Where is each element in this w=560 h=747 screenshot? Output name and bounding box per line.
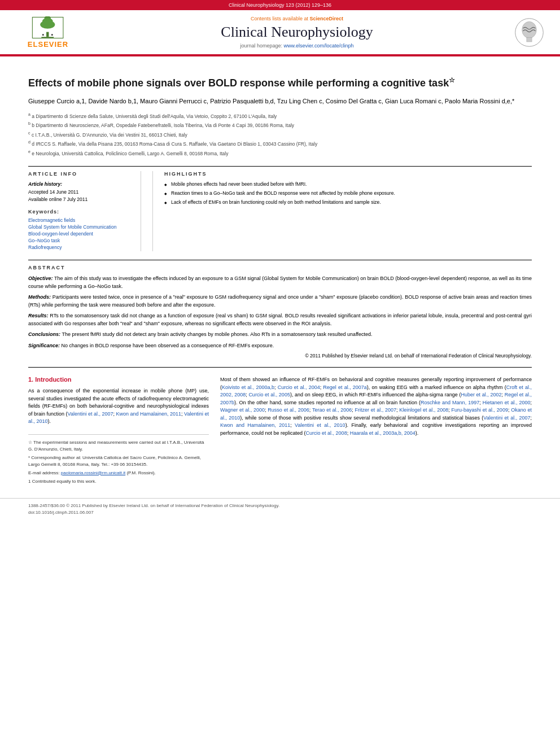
- journal-homepage: journal homepage: www.elsevier.com/locat…: [85, 43, 509, 49]
- history-label: Article history:: [28, 181, 132, 187]
- significance-text: No changes in BOLD response have been ob…: [62, 343, 274, 348]
- keyword-4[interactable]: Go–NoGo task: [28, 238, 132, 243]
- ref-roschke[interactable]: Roschke and Mann, 1997: [421, 400, 479, 405]
- elsevier-brand: ELSEVIER: [28, 40, 68, 49]
- keyword-3[interactable]: Blood-oxygen-level dependent: [28, 231, 132, 237]
- article-history: Article history: Accepted 14 June 2011 A…: [28, 181, 132, 202]
- ref-terao[interactable]: Terao et al., 2006: [312, 407, 352, 413]
- ref-regel-2007a[interactable]: Regel et al., 2007a: [323, 385, 367, 390]
- abstract-significance: Significance: No changes in BOLD respons…: [28, 342, 532, 350]
- keyword-5[interactable]: Radiofrequency: [28, 244, 132, 250]
- affiliation-c: c c I.T.A.B., Università G. D'Annunzio, …: [28, 130, 532, 139]
- ref-curcio-2004[interactable]: Curcio et al., 2004: [278, 385, 320, 390]
- methods-text: Participants were tested twice, once in …: [28, 294, 532, 308]
- elsevier-tree-icon: [31, 16, 65, 39]
- ref-haarala[interactable]: Haarala et al., 2003a,b, 2004: [350, 430, 415, 436]
- footnote-contributed: 1 Contributed equally to this work.: [28, 478, 209, 485]
- homepage-url[interactable]: www.elsevier.com/locate/clinph: [284, 43, 354, 49]
- affiliation-d: d d IRCCS S. Raffaele, Via della Pisana …: [28, 139, 532, 148]
- email-label: E-mail address:: [28, 470, 61, 475]
- keywords-heading: Keywords:: [28, 209, 132, 215]
- homepage-prefix: journal homepage:: [240, 43, 283, 49]
- ref-kleinlogel[interactable]: Kleinlogel et al., 2008: [399, 407, 448, 413]
- journal-logo-right: [509, 17, 549, 48]
- highlights-heading: HIGHLIGHTS: [164, 171, 532, 177]
- ref-koivisto[interactable]: Koivisto et al., 2000a,b: [222, 385, 274, 390]
- svg-rect-10: [526, 37, 531, 41]
- significance-label: Significance:: [28, 343, 62, 348]
- journal-brain-icon: [514, 17, 545, 48]
- ref-valentini-2010b[interactable]: Valentini et al., 2010: [295, 422, 345, 428]
- ref-fritzer[interactable]: Fritzer et al., 2007: [355, 407, 396, 413]
- svg-point-6: [51, 34, 53, 36]
- ref-kwon-2011b[interactable]: Kwon and Hamalainen, 2011: [220, 422, 290, 428]
- sciencedirect-line: Contents lists available at ScienceDirec…: [85, 16, 509, 21]
- footnote-star: ☆ The experimental sessions and measurem…: [28, 439, 209, 453]
- affiliations: a a Dipartimento di Scienze della Salute…: [28, 111, 532, 158]
- svg-rect-0: [46, 32, 49, 37]
- authors-text: Giuseppe Curcio a,1, Davide Nardo b,1, M…: [28, 98, 514, 104]
- footnotes: ☆ The experimental sessions and measurem…: [28, 434, 209, 485]
- objective-label: Objective:: [28, 276, 54, 281]
- keyword-1[interactable]: Electromagnetic fields: [28, 217, 132, 223]
- ref-kwon-2011[interactable]: Kwon and Hamalainen, 2011: [116, 411, 181, 417]
- sciencedirect-prefix: Contents lists available at: [251, 16, 310, 21]
- email-name: (P.M. Rossini).: [126, 470, 155, 475]
- body-left-column: 1. Introduction As a consequence of the …: [28, 376, 209, 487]
- abstract-copyright: © 2011 Published by Elsevier Ireland Ltd…: [28, 353, 532, 359]
- ref-valentini-2007b[interactable]: Valentini et al., 2007: [483, 415, 530, 421]
- highlight-item-3: Lack of effects of EMFs on brain functio…: [164, 199, 532, 206]
- issn-text: 1388-2457/$36.00 © 2011 Published by Els…: [28, 503, 532, 508]
- body-section: 1. Introduction As a consequence of the …: [28, 367, 532, 487]
- ref-curcio-2005[interactable]: Curcio et al., 2005: [248, 392, 290, 397]
- article-title-text: Effects of mobile phone signals over BOL…: [28, 77, 449, 89]
- results-text: RTs to the somatosensory task did not ch…: [28, 313, 532, 326]
- intro-paragraph-2: Most of them showed an influence of RF-E…: [220, 376, 532, 437]
- publisher-logo-area: ELSEVIER: [11, 16, 85, 49]
- affiliation-b: b b Dipartimento di Neuroscienze, AFaR, …: [28, 120, 532, 129]
- journal-title-area: Contents lists available at ScienceDirec…: [85, 16, 509, 49]
- abstract-objective: Objective: The aim of this study was to …: [28, 275, 532, 290]
- abstract-heading: ABSTRACT: [28, 265, 532, 270]
- journal-main-title: Clinical Neurophysiology: [85, 24, 509, 41]
- keywords-section: Keywords: Electromagnetic fields Global …: [28, 209, 132, 250]
- article-title: Effects of mobile phone signals over BOL…: [28, 76, 532, 90]
- main-content: Effects of mobile phone signals over BOL…: [0, 65, 560, 498]
- ref-hietanen[interactable]: Hietanen et al., 2000: [483, 400, 531, 405]
- header-divider: [0, 55, 560, 56]
- abstract-results: Results: RTs to the somatosensory task d…: [28, 312, 532, 327]
- ref-huber[interactable]: Huber et al., 2002: [461, 392, 501, 397]
- conclusions-text: The present fMRI study did not detect an…: [62, 331, 373, 337]
- abstract-methods: Methods: Participants were tested twice,…: [28, 294, 532, 309]
- introduction-heading: 1. Introduction: [28, 376, 209, 383]
- doi-text: doi:10.1016/j.clinph.2011.06.007: [28, 510, 532, 515]
- highlights-panel: HIGHLIGHTS Mobile phones effects had nev…: [152, 171, 532, 251]
- journal-header: ELSEVIER Contents lists available at Sci…: [0, 10, 560, 55]
- highlight-item-1: Mobile phones effects had never been stu…: [164, 181, 532, 188]
- article-star: ☆: [449, 76, 455, 84]
- bottom-bar: 1388-2457/$36.00 © 2011 Published by Els…: [0, 498, 560, 519]
- body-right-column: Most of them showed an influence of RF-E…: [220, 376, 532, 487]
- journal-citation: Clinical Neurophysiology 123 (2012) 129–…: [229, 2, 331, 8]
- ref-furubayashi[interactable]: Furu-bayashi et al., 2009: [451, 407, 508, 413]
- ref-russo[interactable]: Russo et al., 2006: [268, 407, 309, 413]
- sciencedirect-link-text[interactable]: ScienceDirect: [310, 16, 344, 21]
- email-link[interactable]: paolomaria.rossini@rm.unicatt.it: [61, 470, 125, 475]
- objective-text: The aim of this study was to investigate…: [28, 276, 532, 289]
- footnote-corresponding: * Corresponding author at: Università Ca…: [28, 455, 209, 468]
- conclusions-label: Conclusions:: [28, 331, 62, 337]
- article-info-panel: ARTICLE INFO Article history: Accepted 1…: [28, 171, 141, 251]
- highlight-item-2: Reaction times to a Go–NoGo task and the…: [164, 190, 532, 197]
- accepted-date: Accepted 14 June 2011: [28, 189, 132, 195]
- ref-wagner[interactable]: Wagner et al., 2000: [220, 407, 265, 413]
- abstract-conclusions: Conclusions: The present fMRI study did …: [28, 331, 532, 339]
- ref-valentini-2007[interactable]: Valentini et al., 2007: [68, 411, 113, 417]
- journal-citation-bar: Clinical Neurophysiology 123 (2012) 129–…: [0, 0, 560, 10]
- info-section: ARTICLE INFO Article history: Accepted 1…: [28, 166, 532, 251]
- footnote-email: E-mail address: paolomaria.rossini@rm.un…: [28, 470, 209, 477]
- keyword-2[interactable]: Global System for Mobile Communication: [28, 224, 132, 230]
- intro-paragraph-1: As a consequence of the exponential incr…: [28, 387, 209, 426]
- available-date: Available online 7 July 2011: [28, 196, 132, 202]
- ref-curcio-2008[interactable]: Curcio et al., 2008: [306, 430, 347, 436]
- article-info-heading: ARTICLE INFO: [28, 171, 132, 177]
